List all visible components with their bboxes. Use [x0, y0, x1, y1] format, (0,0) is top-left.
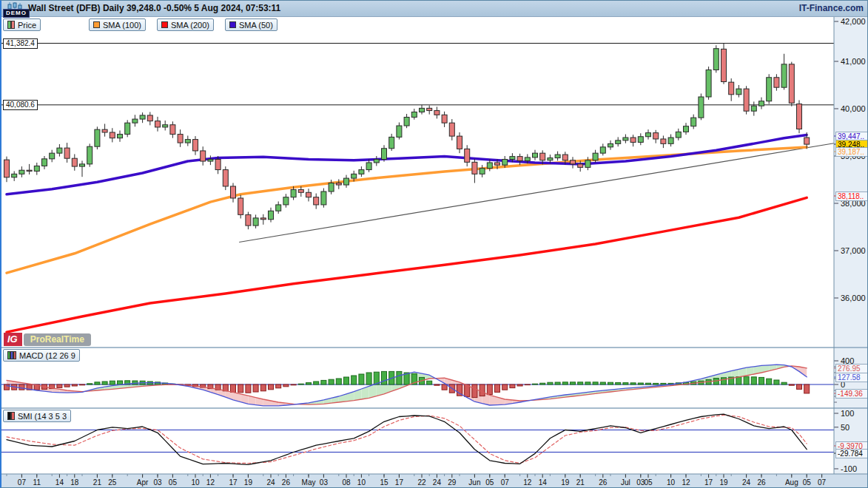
macd-histogram-bar	[291, 384, 296, 385]
x-axis-label: 22	[417, 478, 425, 487]
candle-body	[736, 89, 741, 95]
macd-histogram-bar	[283, 384, 289, 387]
candle-body	[691, 118, 696, 126]
candle-body	[344, 178, 349, 185]
candle-body	[374, 159, 379, 162]
candle-body	[699, 97, 704, 118]
smi-axis-label: 50	[841, 424, 850, 432]
candle-body	[804, 138, 810, 144]
x-axis-label: 05	[803, 478, 811, 487]
candle-body	[366, 163, 371, 170]
macd-histogram-bar	[555, 382, 560, 384]
macd-legend-chip[interactable]: MACD (12 26 9	[3, 349, 80, 362]
candle-body	[238, 198, 243, 214]
macd-histogram-bar	[298, 384, 303, 384]
x-axis-label: 19	[719, 478, 727, 487]
macd-histogram-bar	[314, 382, 319, 384]
candle-body	[457, 136, 462, 149]
x-axis-label: 03	[320, 478, 328, 487]
candle-body	[382, 149, 387, 160]
candle-body	[525, 157, 530, 160]
candle-body	[759, 101, 764, 106]
macd-histogram-bar	[434, 384, 440, 385]
macd-histogram-bar	[623, 383, 628, 384]
candle-body	[34, 166, 39, 171]
candle-body	[27, 170, 32, 171]
macd-histogram-bar	[744, 376, 749, 384]
candle-body	[510, 157, 515, 160]
x-axis-label: 24	[742, 478, 750, 487]
candle-body	[449, 123, 454, 136]
legend-sma50-chip[interactable]: SMA (50)	[225, 18, 277, 31]
x-axis-label: 12	[206, 478, 215, 487]
candle-body	[480, 169, 485, 174]
macd-histogram-bar	[238, 384, 243, 393]
candle-body	[231, 186, 236, 198]
macd-histogram-bar	[736, 377, 741, 384]
smi-icon	[7, 412, 15, 420]
candle-body	[246, 214, 251, 226]
candle-body	[684, 126, 689, 132]
candle-body	[298, 189, 303, 192]
candle-body	[336, 183, 341, 185]
macd-histogram-bar	[231, 384, 236, 392]
macd-histogram-bar	[585, 382, 591, 384]
x-axis-label: Apr	[137, 478, 149, 487]
x-axis-label: 03	[153, 478, 161, 487]
macd-histogram-bar	[616, 382, 621, 384]
candle-body	[125, 123, 130, 134]
candle-body	[608, 143, 613, 146]
legend-price-chip[interactable]: Price	[3, 18, 41, 31]
candle-body	[411, 112, 417, 117]
ig-prorealtime-logo: IG ProRealTime	[4, 333, 91, 346]
macd-histogram-bar	[600, 382, 605, 384]
candle-body	[389, 137, 394, 148]
macd-histogram-bar	[721, 378, 727, 384]
macd-histogram-bar	[336, 379, 341, 384]
candle-body	[397, 126, 402, 137]
candle-body	[201, 151, 206, 161]
macd-histogram-bar	[502, 384, 508, 390]
x-axis-label: 05	[644, 478, 652, 487]
x-axis-label: 19	[244, 478, 252, 487]
macd-histogram-bar	[72, 384, 77, 386]
macd-value-label: -149.36	[835, 389, 868, 399]
x-axis-label: 26	[282, 478, 290, 487]
candle-body	[555, 155, 560, 157]
candle-body	[306, 192, 312, 197]
candle-body	[118, 135, 123, 138]
smi-axis-label: -100	[841, 465, 857, 473]
macd-histogram-bar	[517, 384, 522, 386]
candle-body	[260, 218, 266, 220]
x-axis-label: 26	[757, 478, 765, 487]
trend-line	[239, 143, 834, 243]
smi-legend-chip[interactable]: SMI (14 3 5 3	[3, 410, 71, 422]
macd-histogram-bar	[19, 384, 24, 390]
candle-body	[578, 164, 583, 167]
candle-body	[147, 115, 152, 121]
x-axis-label: 05	[485, 478, 494, 487]
macd-histogram-bar	[80, 384, 85, 385]
macd-histogram-bar	[397, 371, 402, 384]
candle-body	[781, 64, 787, 87]
macd-histogram-bar	[774, 380, 779, 384]
candle-body	[50, 153, 55, 159]
ig-logo: IG	[4, 333, 22, 346]
legend-sma100-chip[interactable]: SMA (100)	[89, 18, 146, 31]
macd-histogram-bar	[571, 382, 576, 384]
x-axis-label: 15	[380, 478, 388, 487]
sma100-line	[7, 147, 807, 273]
x-axis-label: 05	[169, 478, 177, 487]
candle-body	[208, 159, 213, 161]
macd-histogram-bar	[253, 384, 258, 392]
macd-histogram-bar	[246, 384, 251, 393]
macd-histogram-bar	[382, 371, 387, 384]
x-axis-label: 17	[395, 478, 403, 487]
legend-sma200-chip[interactable]: SMA (200)	[157, 18, 214, 31]
macd-histogram-bar	[759, 377, 764, 384]
macd-histogram-bar	[638, 383, 643, 384]
price-value-label: 38,118..	[835, 192, 868, 201]
candle-body	[571, 160, 576, 164]
chart-window: DEMO Wall Street (DFB) Daily 39,248.0 -0…	[0, 0, 868, 488]
y-axis-label: 37,000	[841, 247, 866, 255]
